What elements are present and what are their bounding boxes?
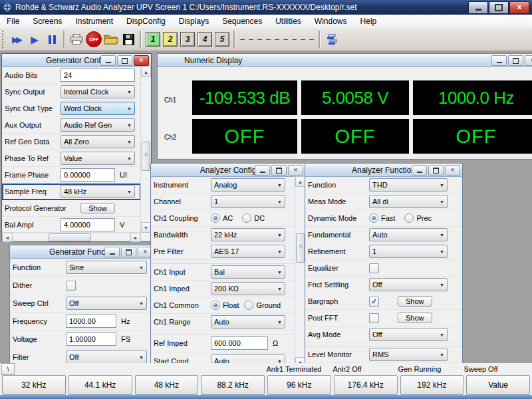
vertical-scrollbar[interactable]: ▲ ▼ [140,66,151,233]
prec-radio[interactable] [404,213,414,223]
bal-ampl-input[interactable]: 4.00000 [61,218,115,231]
level-monitor-select[interactable]: RMS▼ [369,348,448,361]
fast-radio[interactable] [369,213,378,223]
fast-forward-button[interactable]: ▶▶ [9,31,26,48]
equalizer-checkbox[interactable] [369,263,379,273]
menu-file[interactable]: File [0,15,26,27]
close-button[interactable]: × [288,165,303,176]
pause-button[interactable] [43,31,61,48]
scrollbar-thumb[interactable] [49,233,91,241]
generator-config-titlebar[interactable]: Generator Config × [2,54,151,67]
scrollbar-thumb[interactable] [296,233,305,263]
menu-utilities[interactable]: Utilities [269,15,308,27]
scroll-left-icon[interactable]: ◄ [2,233,13,242]
softkey-value[interactable]: Value [466,375,530,395]
bandwidth-select[interactable]: 22 kHz▼ [211,228,285,241]
scroll-up-icon[interactable]: ▲ [295,176,305,187]
close-button[interactable]: × [525,55,532,66]
instrument-select[interactable]: Analog▼ [211,178,285,192]
avg-mode-select[interactable]: Off▼ [369,328,448,341]
close-button[interactable]: × [445,165,460,176]
post-fft-show-button[interactable]: Show [398,313,432,323]
channel-select[interactable]: 1▼ [211,195,285,208]
close-button[interactable]: × [509,1,529,14]
softkey-32khz[interactable]: 32 kHz [2,375,66,395]
print-button[interactable] [68,31,85,48]
play-button[interactable]: ▶ [26,31,43,48]
scroll-right-icon[interactable]: ► [130,233,141,242]
save-button[interactable] [120,31,137,48]
frame-phase-input[interactable]: 0.00000 [61,168,115,182]
aux-output-select[interactable]: Audio Ref Gen▼ [61,118,135,132]
menu-windows[interactable]: Windows [308,15,354,27]
sweep-ctrl-select[interactable]: Off▼ [66,297,147,310]
screen-3-button[interactable]: 3 [180,32,195,47]
ac-radio[interactable] [211,213,220,223]
menu-displays[interactable]: Displays [172,15,215,27]
screen-4-button[interactable]: 4 [198,32,212,47]
filter-select[interactable]: Off▼ [66,350,147,364]
softkey-48khz[interactable]: 48 kHz [135,375,199,395]
menu-help[interactable]: Help [354,15,384,27]
softkey-192khz[interactable]: 192 kHz [400,375,464,395]
function-select[interactable]: Sine▼ [66,261,147,274]
post-fft-checkbox[interactable] [369,313,379,323]
minimize-button[interactable] [104,247,120,257]
ref-imped-input[interactable]: 600.000 [211,336,268,350]
softkey-96khz[interactable]: 96 kHz [267,375,331,395]
frequency-input[interactable]: 1000.00 [66,315,116,328]
menu-sequences[interactable]: Sequences [215,15,269,27]
restore-button[interactable] [271,165,287,176]
minimize-button[interactable] [100,55,116,66]
output-off-button[interactable]: OFF [85,31,102,48]
sync-output-select[interactable]: Internal Clock▼ [61,85,135,98]
dc-radio[interactable] [242,213,251,223]
restore-button[interactable] [121,247,136,257]
menu-instrument[interactable]: Instrument [68,15,120,27]
ground-radio[interactable] [244,301,253,310]
ch1-imped-select[interactable]: 200 KΩ▼ [211,282,285,295]
voltage-input[interactable]: 1.00000 [66,332,116,346]
scroll-up-icon[interactable]: ▲ [141,66,151,77]
sample-freq-select[interactable]: 48 kHz▼ [61,185,135,198]
scrollbar-thumb[interactable] [142,142,150,171]
analyzer-config-titlebar[interactable]: Analyzer Config × [151,164,305,177]
fundamental-select[interactable]: Auto▼ [369,228,448,241]
generator-function-titlebar[interactable]: Generator Functi... × [10,245,155,259]
ref-gen-data-select[interactable]: All Zero▼ [61,135,135,148]
bargraph-checkbox[interactable] [369,297,379,307]
softkey-176-4khz[interactable]: 176.4 kHz [334,375,398,395]
softkey-44-1khz[interactable]: 44.1 kHz [68,375,132,395]
horizontal-scrollbar[interactable]: ◄ ► [2,232,141,241]
sync-out-type-select[interactable]: Word Clock▼ [61,102,135,115]
scroll-down-icon[interactable]: ▼ [141,222,151,233]
dither-checkbox[interactable] [66,281,76,291]
restore-button[interactable] [117,55,132,66]
open-file-button[interactable] [102,31,120,48]
screen-5-button[interactable]: 5 [215,32,229,47]
phase-to-ref-select[interactable]: Value▼ [61,152,135,165]
float-radio[interactable] [211,301,220,310]
maximize-button[interactable] [489,1,509,14]
softkey-88-2khz[interactable]: 88.2 kHz [201,375,265,395]
pre-filter-select[interactable]: AES 17▼ [211,245,285,258]
protocol-generator-show-button[interactable]: Show [80,203,115,213]
minimize-button[interactable] [491,55,507,66]
ch1-input-select[interactable]: Bal▼ [211,265,285,279]
menu-screens[interactable]: Screens [26,15,68,27]
function-select[interactable]: THD▼ [369,178,448,192]
restore-button[interactable] [428,165,444,176]
minimize-button[interactable] [412,165,427,176]
bargraph-show-button[interactable]: Show [398,296,432,307]
restore-button[interactable] [508,55,523,66]
ch1-range-select[interactable]: Auto▼ [211,315,285,329]
audio-bits-input[interactable]: 24 [61,68,135,82]
menu-dispconfig[interactable]: DispConfig [120,15,172,27]
meas-mode-select[interactable]: All di▼ [369,195,448,208]
minimize-button[interactable] [468,1,488,14]
minimize-button[interactable] [255,165,270,176]
screen-1-button[interactable]: 1 [146,32,160,47]
fnct-settling-select[interactable]: Off▼ [369,278,448,291]
sequence-button[interactable] [323,31,340,48]
refinement-select[interactable]: 1▼ [369,245,448,258]
